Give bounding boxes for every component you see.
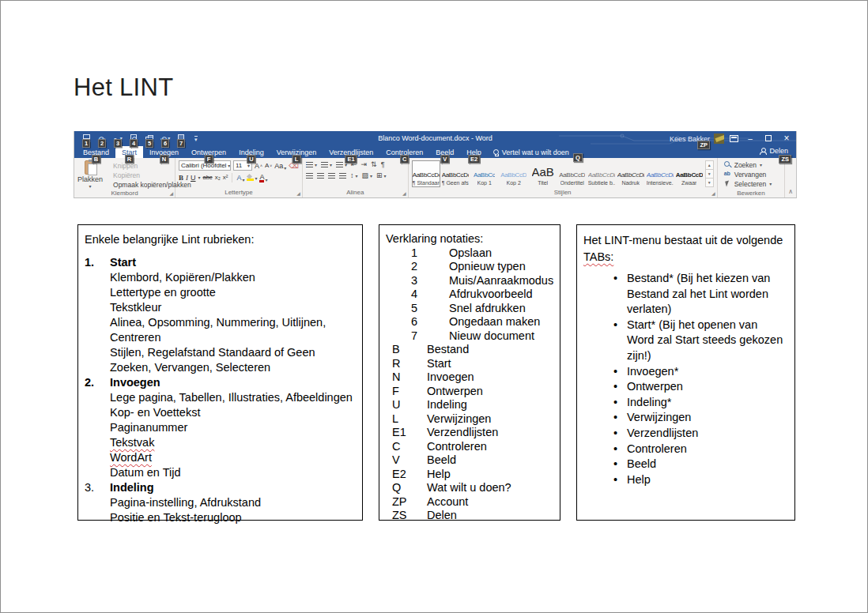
ribbon-tab[interactable]: Verwijzingen L [270, 146, 323, 158]
notation-key: E1 [392, 426, 427, 440]
bullet-item: • Verzendlijsten [583, 426, 788, 442]
ribbon-tab[interactable]: Indeling U [232, 146, 270, 158]
lightbulb-icon [493, 149, 499, 155]
gallery-expand-button[interactable]: ▼ [705, 179, 714, 187]
notation-row: 5 Snel afdrukken [386, 302, 553, 316]
style-card[interactable]: AaBbCcDi Intensieve... [646, 160, 674, 187]
qat-button[interactable]: ▾ 6 [160, 133, 171, 143]
keytip-badge: V [440, 155, 449, 164]
account-avatar [714, 134, 724, 144]
qat-button[interactable]: ▾ 2 [96, 133, 108, 143]
list-marker [85, 285, 110, 300]
underline-button[interactable]: U [191, 173, 196, 182]
font-size-value: 11 [236, 162, 242, 169]
dialog-launcher-icon[interactable]: ◢ [402, 191, 406, 196]
box-title: Enkele belangrijke Lint rubrieken: [85, 232, 356, 247]
paste-button[interactable]: Plakken ▾ [77, 160, 103, 189]
ribbon-tab[interactable]: Controleren C [379, 146, 429, 158]
titlebar-controls: Kees Bakker ZP – × [670, 131, 793, 146]
bold-button[interactable]: B [179, 173, 183, 182]
dialog-launcher-icon[interactable]: ◢ [169, 191, 173, 196]
dialog-launcher-icon[interactable]: ◢ [296, 191, 300, 196]
style-name: Intensieve... [647, 180, 674, 186]
styles-gallery-scrollbar: ▲ ▼ ▼ [705, 160, 714, 187]
strikethrough-button[interactable]: abc [203, 173, 213, 182]
ribbon-tab[interactable]: Bestand B [77, 146, 115, 158]
ribbon-tab[interactable]: Start R [115, 146, 143, 158]
shading-icon[interactable]: ▨ [361, 171, 368, 180]
ribbon-display-options-button[interactable] [730, 135, 738, 142]
list-text: Alinea, Opsomming, Nummering, Uitlijnen,… [110, 315, 356, 345]
italic-button[interactable]: I [186, 173, 188, 182]
qat-button[interactable]: ▾ 3 [112, 133, 123, 143]
edit-command[interactable]: Zoeken ▾ [724, 160, 782, 169]
bullet-list-icon[interactable] [306, 162, 313, 163]
ribbon-tab[interactable]: Beeld V [429, 146, 460, 158]
increase-indent-icon[interactable]: ⇥ [361, 160, 368, 169]
align-left-icon[interactable] [306, 173, 313, 174]
qat-customize-button[interactable]: ▾ [194, 136, 198, 143]
line-spacing-icon[interactable]: ↕ [350, 171, 354, 180]
notation-row: V Beeld [386, 453, 553, 468]
style-card[interactable]: AaBbCcDc ¶ Geen afs... [441, 160, 470, 187]
keytip-badge: C [400, 155, 409, 164]
text-effects-button[interactable]: A▾ [236, 173, 244, 182]
style-card[interactable]: AaBbCcDc Zwaar [675, 160, 704, 187]
style-name: Kop 1 [477, 180, 492, 186]
multilevel-list-icon[interactable] [336, 162, 343, 163]
group-alinea: ▾ ▾ ▾ ⇤ ⇥ ⇅ ¶ ↕▾ ▨▾ [303, 158, 409, 197]
command-label: Kopiëren [113, 171, 140, 179]
maximize-button[interactable] [762, 132, 775, 145]
style-card[interactable]: AaBbCcD Kop 2 [500, 160, 528, 187]
show-formatting-marks-icon[interactable]: ¶ [381, 160, 385, 169]
ribbon-tab[interactable]: Help E2 [460, 146, 488, 158]
qat-button[interactable]: ▾ 1 [81, 133, 92, 143]
highlight-button[interactable]: ▾ [247, 175, 257, 181]
qat-button[interactable]: ▾ 7 [175, 133, 187, 143]
style-card[interactable]: AaBbCcD Ondertitel [558, 160, 587, 187]
list-heading: Start [110, 255, 136, 270]
style-card[interactable]: AaBbCcDi Subtiele b... [587, 160, 616, 187]
gallery-scroll-up-button[interactable]: ▲ [705, 160, 714, 170]
account-button[interactable]: Kees Bakker ZP [670, 134, 724, 144]
list-item: Datum en Tijd [85, 465, 356, 480]
subscript-button[interactable]: x₂ [215, 173, 221, 182]
dropdown-caret: ▾ [769, 181, 772, 186]
collapse-ribbon-button[interactable]: ∧ [784, 158, 796, 197]
command-label: Selecteren [734, 180, 767, 188]
notation-key: 5 [411, 302, 449, 316]
tell-me-box[interactable]: Vertel wat u wilt doen Q [488, 146, 575, 158]
ribbon-tab[interactable]: Ontwerpen F [185, 146, 232, 158]
sort-icon[interactable]: ⇅ [371, 160, 377, 169]
list-item: 3. Indeling [85, 480, 356, 495]
edit-command[interactable]: Vervangen ▾ [724, 170, 782, 179]
keytip-badge: 6 [161, 139, 169, 148]
align-center-icon[interactable] [317, 173, 324, 174]
qat-button[interactable]: ▾ 4 [128, 133, 139, 143]
notation-row: 4 Afdrukvoorbeeld [386, 288, 553, 302]
style-card[interactable]: AaBbCcDc ¶ Standaard [412, 160, 440, 187]
style-card[interactable]: AaBbCc Kop 1 [470, 160, 499, 187]
style-name: Subtiele b... [588, 180, 615, 186]
minimize-button[interactable]: – [744, 132, 757, 145]
font-color-button[interactable]: A▾ [259, 174, 267, 182]
gallery-scroll-down-button[interactable]: ▼ [705, 170, 714, 179]
style-card[interactable]: AaBbCcDi Nadruk [617, 160, 645, 187]
dialog-launcher-icon[interactable]: ◢ [711, 191, 715, 196]
numbered-list-icon[interactable] [321, 162, 328, 163]
superscript-button[interactable]: x² [223, 173, 228, 182]
ribbon-tab[interactable]: Verzendlijsten E1 [323, 146, 379, 158]
qat-button[interactable]: ▾ 5 [144, 133, 155, 143]
shrink-font-button[interactable]: A˅ [265, 161, 272, 171]
style-card[interactable]: AaB Titel [529, 160, 557, 187]
dropdown-caret: ▾ [198, 175, 201, 180]
list-text: Tekstvak [110, 435, 154, 450]
share-button[interactable]: Delen ZS [760, 147, 788, 155]
change-case-button[interactable]: Aa▾ [274, 161, 286, 171]
ribbon-tab[interactable]: Invoegen N [143, 146, 185, 158]
align-right-icon[interactable] [328, 173, 335, 174]
justify-icon[interactable] [339, 173, 346, 174]
edit-command[interactable]: Selecteren ▾ [724, 179, 782, 188]
borders-icon[interactable]: ⊞ [376, 171, 383, 180]
close-button[interactable]: × [780, 132, 793, 145]
